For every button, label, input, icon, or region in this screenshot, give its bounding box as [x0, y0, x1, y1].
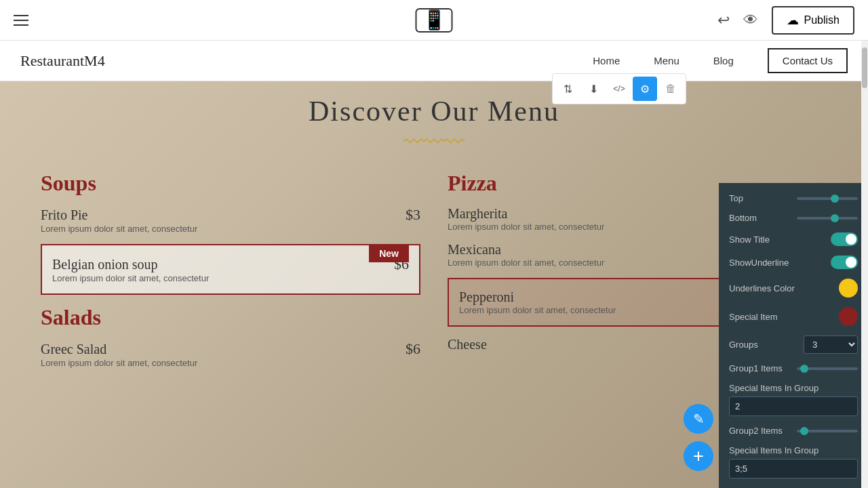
category-soups: Soups: [41, 171, 420, 196]
top-slider[interactable]: [797, 197, 858, 200]
list-item: Greec Salad $6 Lorem ipsum dolor sit ame…: [41, 340, 420, 368]
top-bar: 📱 ↩ 👁 ☁ Publish: [0, 0, 868, 41]
cloud-upload-icon: ☁: [787, 13, 799, 28]
settings-groups-row: Groups 3 1 2 4 5: [729, 336, 858, 354]
item-price: $6: [406, 340, 420, 358]
show-underline-toggle[interactable]: [831, 256, 858, 269]
show-title-label: Show Title: [729, 235, 831, 245]
settings-underlines-color-row: Underlines Color: [729, 279, 858, 298]
move-widget-button[interactable]: ⇅: [555, 77, 580, 101]
scrollbar-thumb[interactable]: [862, 47, 867, 88]
settings-panel: Top Bottom Show Title ShowUnderline: [719, 183, 868, 488]
item-desc: Lorem ipsum dolor sit amet, consectetur: [41, 358, 420, 368]
widget-toolbar: ⇅ ⬇ </> ⚙ 🗑: [552, 73, 686, 104]
download-widget-button[interactable]: ⬇: [581, 77, 606, 101]
settings-group1-special-section: Special Items In Group 2: [729, 383, 858, 426]
group2-items-slider[interactable]: [797, 430, 858, 432]
group2-special-label: Special Items In Group: [729, 445, 858, 455]
item-name: Greec Salad: [41, 342, 106, 357]
menu-underline-decoration: 〰〰〰: [41, 131, 827, 154]
delete-widget-button[interactable]: 🗑: [658, 77, 683, 101]
top-bar-right: ↩ 👁 ☁ Publish: [717, 6, 854, 35]
group2-special-input[interactable]: 3;5: [729, 459, 858, 479]
item-desc: Lorem ipsum dolor sit amet, consectetur: [52, 273, 409, 283]
underlines-color-swatch[interactable]: [839, 279, 858, 298]
publish-label: Publish: [804, 14, 840, 26]
show-underline-label: ShowUnderline: [729, 258, 831, 268]
code-widget-button[interactable]: </>: [607, 77, 631, 101]
settings-special-item-row: Special Item: [729, 307, 858, 326]
special-item-color-swatch[interactable]: [839, 307, 858, 326]
nav-contact[interactable]: Contact Us: [768, 48, 848, 73]
nav-blog[interactable]: Blog: [713, 55, 734, 66]
site-logo: RestaurantM4: [20, 52, 105, 70]
nav-home[interactable]: Home: [593, 55, 620, 66]
special-item-label: Special Item: [729, 312, 839, 322]
settings-group2-items-row: Group2 Items: [729, 426, 858, 436]
show-title-toggle[interactable]: [831, 232, 858, 246]
item-desc: Lorem ipsum dolor sit amet, consectetur: [41, 224, 420, 234]
category-salads: Salads: [41, 305, 420, 330]
top-label: Top: [729, 193, 790, 203]
list-item: New Belgian onion soup $6 Lorem ipsum do…: [41, 244, 420, 295]
menu-left-column: Soups Frito Pie $3 Lorem ipsum dolor sit…: [41, 171, 420, 378]
underlines-color-label: Underlines Color: [729, 283, 839, 293]
edit-fab-button[interactable]: ✎: [684, 404, 713, 434]
settings-show-title-row: Show Title: [729, 232, 858, 246]
group1-items-label: Group1 Items: [729, 363, 790, 373]
settings-group1-items-row: Group1 Items: [729, 363, 858, 373]
groups-label: Groups: [729, 340, 804, 350]
group1-items-slider[interactable]: [797, 367, 858, 370]
item-name: Margherita: [448, 206, 508, 221]
settings-widget-button[interactable]: ⚙: [633, 77, 657, 101]
item-name: Cheese: [448, 337, 487, 352]
top-bar-center: 📱: [416, 8, 453, 33]
publish-button[interactable]: ☁ Publish: [772, 6, 854, 35]
right-scrollbar[interactable]: [861, 41, 868, 488]
settings-top-row: Top: [729, 193, 858, 203]
bottom-slider[interactable]: [797, 217, 858, 220]
group1-special-label: Special Items In Group: [729, 383, 858, 393]
undo-icon[interactable]: ↩: [717, 12, 730, 29]
settings-bottom-row: Bottom: [729, 213, 858, 223]
settings-group2-special-section: Special Items In Group 3;5: [729, 445, 858, 488]
group1-special-input[interactable]: 2: [729, 396, 858, 416]
groups-select[interactable]: 3 1 2 4 5: [804, 336, 858, 354]
item-price: $3: [406, 206, 420, 224]
item-name: Pepperoni: [459, 289, 514, 304]
nav-links: Home Menu Blog Contact Us: [593, 48, 848, 73]
add-fab-button[interactable]: +: [684, 441, 713, 471]
main-content: Discover Our Menu 〰〰〰 Soups Frito Pie $3…: [0, 81, 868, 488]
group2-items-label: Group2 Items: [729, 426, 790, 436]
bottom-label: Bottom: [729, 213, 790, 223]
item-name: Belgian onion soup: [52, 257, 158, 272]
menu-title: Discover Our Menu: [41, 95, 827, 127]
eye-icon[interactable]: 👁: [743, 12, 758, 29]
special-badge: New: [369, 245, 409, 262]
list-item: Frito Pie $3 Lorem ipsum dolor sit amet,…: [41, 206, 420, 234]
nav-bar: RestaurantM4 Home Menu Blog Contact Us: [0, 41, 868, 81]
item-name: Frito Pie: [41, 207, 87, 223]
menu-columns: Soups Frito Pie $3 Lorem ipsum dolor sit…: [41, 171, 827, 378]
phone-preview-icon[interactable]: 📱: [416, 8, 453, 33]
top-bar-left: [14, 15, 28, 26]
settings-show-underline-row: ShowUnderline: [729, 256, 858, 269]
item-name: Mexicana: [448, 242, 501, 257]
nav-menu[interactable]: Menu: [654, 55, 679, 66]
menu-icon[interactable]: [14, 15, 28, 26]
